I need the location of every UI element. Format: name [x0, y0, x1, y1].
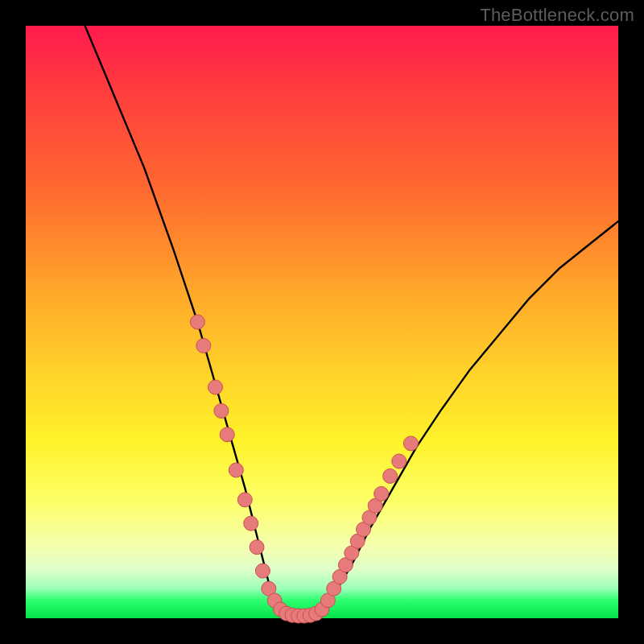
bottleneck-curve — [85, 26, 618, 618]
chart-marker — [383, 469, 398, 483]
watermark-text: TheBottleneck.com — [480, 5, 634, 26]
chart-plot-area — [26, 26, 618, 618]
chart-marker — [250, 540, 264, 555]
chart-marker — [374, 486, 389, 501]
chart-marker — [190, 315, 204, 329]
chart-markers — [190, 315, 418, 623]
chart-marker — [403, 436, 418, 451]
chart-marker — [208, 380, 223, 394]
chart-marker — [196, 338, 211, 353]
chart-marker — [229, 463, 243, 477]
chart-marker — [244, 516, 258, 530]
chart-marker — [392, 454, 407, 469]
chart-marker — [237, 493, 252, 507]
chart-marker — [255, 564, 270, 578]
chart-marker — [214, 403, 229, 418]
chart-marker — [220, 427, 234, 442]
chart-svg — [26, 26, 618, 618]
chart-frame: TheBottleneck.com — [0, 0, 644, 644]
